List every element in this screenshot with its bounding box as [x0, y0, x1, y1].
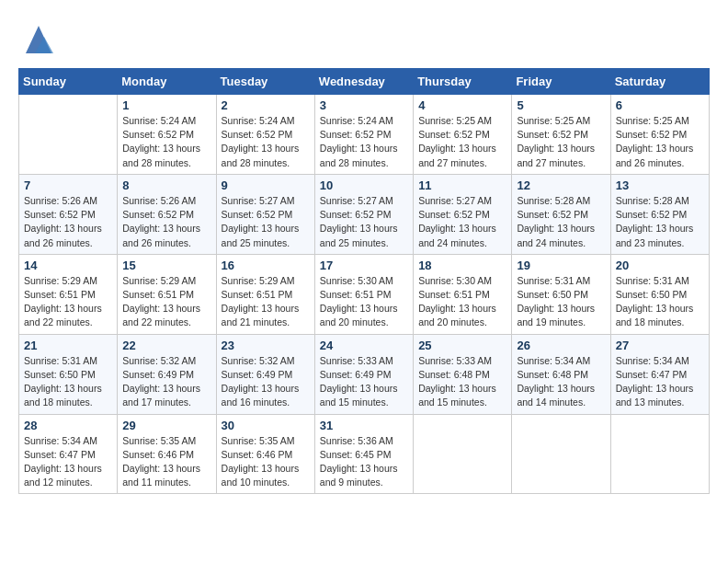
- day-cell: 24Sunrise: 5:33 AM Sunset: 6:49 PM Dayli…: [314, 334, 413, 414]
- day-number: 18: [418, 259, 506, 272]
- day-info: Sunrise: 5:28 AM Sunset: 6:52 PM Dayligh…: [616, 194, 704, 250]
- week-row-4: 21Sunrise: 5:31 AM Sunset: 6:50 PM Dayli…: [19, 334, 710, 414]
- calendar-table: SundayMondayTuesdayWednesdayThursdayFrid…: [18, 68, 710, 494]
- day-number: 29: [122, 419, 210, 432]
- day-info: Sunrise: 5:35 AM Sunset: 6:46 PM Dayligh…: [222, 434, 310, 490]
- col-header-wednesday: Wednesday: [314, 69, 413, 95]
- day-number: 6: [616, 98, 704, 112]
- day-number: 12: [517, 178, 605, 192]
- day-cell: 10Sunrise: 5:27 AM Sunset: 6:52 PM Dayli…: [314, 174, 413, 254]
- day-info: Sunrise: 5:27 AM Sunset: 6:52 PM Dayligh…: [222, 194, 310, 250]
- day-number: 23: [222, 339, 310, 352]
- day-info: Sunrise: 5:34 AM Sunset: 6:47 PM Dayligh…: [616, 354, 704, 410]
- day-cell: 2Sunrise: 5:24 AM Sunset: 6:52 PM Daylig…: [216, 95, 314, 175]
- day-cell: 18Sunrise: 5:30 AM Sunset: 6:51 PM Dayli…: [414, 254, 512, 334]
- day-number: 24: [320, 339, 408, 352]
- col-header-friday: Friday: [512, 69, 610, 95]
- day-cell: 23Sunrise: 5:32 AM Sunset: 6:49 PM Dayli…: [216, 334, 314, 414]
- day-number: 7: [24, 178, 112, 192]
- day-info: Sunrise: 5:35 AM Sunset: 6:46 PM Dayligh…: [122, 434, 210, 490]
- day-cell: 29Sunrise: 5:35 AM Sunset: 6:46 PM Dayli…: [118, 414, 216, 494]
- day-cell: 4Sunrise: 5:25 AM Sunset: 6:52 PM Daylig…: [414, 95, 512, 175]
- day-info: Sunrise: 5:29 AM Sunset: 6:51 PM Dayligh…: [122, 274, 210, 330]
- day-cell: 20Sunrise: 5:31 AM Sunset: 6:50 PM Dayli…: [610, 254, 709, 334]
- day-number: 16: [222, 259, 310, 272]
- day-number: 4: [418, 98, 506, 112]
- day-info: Sunrise: 5:32 AM Sunset: 6:49 PM Dayligh…: [222, 354, 310, 410]
- day-cell: [19, 95, 118, 175]
- day-info: Sunrise: 5:33 AM Sunset: 6:49 PM Dayligh…: [320, 354, 408, 410]
- day-info: Sunrise: 5:29 AM Sunset: 6:51 PM Dayligh…: [222, 274, 310, 330]
- day-info: Sunrise: 5:32 AM Sunset: 6:49 PM Dayligh…: [122, 354, 210, 410]
- week-row-1: 1Sunrise: 5:24 AM Sunset: 6:52 PM Daylig…: [19, 95, 710, 175]
- day-number: 15: [122, 259, 210, 272]
- day-number: 11: [418, 178, 506, 192]
- day-number: 8: [122, 178, 210, 192]
- day-cell: 7Sunrise: 5:26 AM Sunset: 6:52 PM Daylig…: [19, 174, 118, 254]
- day-cell: 19Sunrise: 5:31 AM Sunset: 6:50 PM Dayli…: [512, 254, 610, 334]
- day-cell: [414, 414, 512, 494]
- day-info: Sunrise: 5:30 AM Sunset: 6:51 PM Dayligh…: [418, 274, 506, 330]
- page-header: [18, 18, 710, 59]
- day-cell: 17Sunrise: 5:30 AM Sunset: 6:51 PM Dayli…: [314, 254, 413, 334]
- day-info: Sunrise: 5:24 AM Sunset: 6:52 PM Dayligh…: [320, 114, 408, 170]
- day-cell: 9Sunrise: 5:27 AM Sunset: 6:52 PM Daylig…: [216, 174, 314, 254]
- day-cell: 15Sunrise: 5:29 AM Sunset: 6:51 PM Dayli…: [118, 254, 216, 334]
- day-info: Sunrise: 5:24 AM Sunset: 6:52 PM Dayligh…: [122, 114, 210, 170]
- day-info: Sunrise: 5:34 AM Sunset: 6:48 PM Dayligh…: [517, 354, 605, 410]
- day-number: 13: [616, 178, 704, 192]
- day-number: 27: [616, 339, 704, 352]
- col-header-thursday: Thursday: [414, 69, 512, 95]
- day-number: 20: [616, 259, 704, 272]
- day-cell: 30Sunrise: 5:35 AM Sunset: 6:46 PM Dayli…: [216, 414, 314, 494]
- day-number: 3: [320, 98, 408, 112]
- day-cell: 13Sunrise: 5:28 AM Sunset: 6:52 PM Dayli…: [610, 174, 709, 254]
- header-row: SundayMondayTuesdayWednesdayThursdayFrid…: [19, 69, 710, 95]
- day-number: 10: [320, 178, 408, 192]
- day-number: 22: [122, 339, 210, 352]
- day-cell: [512, 414, 610, 494]
- day-info: Sunrise: 5:25 AM Sunset: 6:52 PM Dayligh…: [517, 114, 605, 170]
- day-info: Sunrise: 5:31 AM Sunset: 6:50 PM Dayligh…: [517, 274, 605, 330]
- day-number: 1: [122, 98, 210, 112]
- day-info: Sunrise: 5:33 AM Sunset: 6:48 PM Dayligh…: [418, 354, 506, 410]
- day-number: 30: [222, 419, 310, 432]
- day-number: 5: [517, 98, 605, 112]
- day-info: Sunrise: 5:27 AM Sunset: 6:52 PM Dayligh…: [320, 194, 408, 250]
- day-number: 19: [517, 259, 605, 272]
- day-cell: 27Sunrise: 5:34 AM Sunset: 6:47 PM Dayli…: [610, 334, 709, 414]
- week-row-2: 7Sunrise: 5:26 AM Sunset: 6:52 PM Daylig…: [19, 174, 710, 254]
- day-number: 2: [222, 98, 310, 112]
- day-info: Sunrise: 5:25 AM Sunset: 6:52 PM Dayligh…: [418, 114, 506, 170]
- day-number: 21: [24, 339, 112, 352]
- day-cell: 1Sunrise: 5:24 AM Sunset: 6:52 PM Daylig…: [118, 95, 216, 175]
- day-cell: 25Sunrise: 5:33 AM Sunset: 6:48 PM Dayli…: [414, 334, 512, 414]
- day-info: Sunrise: 5:27 AM Sunset: 6:52 PM Dayligh…: [418, 194, 506, 250]
- col-header-saturday: Saturday: [610, 69, 709, 95]
- day-number: 17: [320, 259, 408, 272]
- day-info: Sunrise: 5:29 AM Sunset: 6:51 PM Dayligh…: [24, 274, 112, 330]
- day-cell: 28Sunrise: 5:34 AM Sunset: 6:47 PM Dayli…: [19, 414, 118, 494]
- col-header-tuesday: Tuesday: [216, 69, 314, 95]
- day-number: 25: [418, 339, 506, 352]
- day-number: 28: [24, 419, 112, 432]
- day-number: 31: [320, 419, 408, 432]
- col-header-sunday: Sunday: [19, 69, 118, 95]
- day-number: 26: [517, 339, 605, 352]
- day-cell: 6Sunrise: 5:25 AM Sunset: 6:52 PM Daylig…: [610, 95, 709, 175]
- day-cell: 12Sunrise: 5:28 AM Sunset: 6:52 PM Dayli…: [512, 174, 610, 254]
- day-info: Sunrise: 5:26 AM Sunset: 6:52 PM Dayligh…: [122, 194, 210, 250]
- day-cell: 26Sunrise: 5:34 AM Sunset: 6:48 PM Dayli…: [512, 334, 610, 414]
- logo: [18, 18, 63, 59]
- week-row-5: 28Sunrise: 5:34 AM Sunset: 6:47 PM Dayli…: [19, 414, 710, 494]
- day-cell: [610, 414, 709, 494]
- day-cell: 8Sunrise: 5:26 AM Sunset: 6:52 PM Daylig…: [118, 174, 216, 254]
- day-number: 14: [24, 259, 112, 272]
- day-info: Sunrise: 5:26 AM Sunset: 6:52 PM Dayligh…: [24, 194, 112, 250]
- day-info: Sunrise: 5:30 AM Sunset: 6:51 PM Dayligh…: [320, 274, 408, 330]
- day-info: Sunrise: 5:31 AM Sunset: 6:50 PM Dayligh…: [616, 274, 704, 330]
- day-cell: 5Sunrise: 5:25 AM Sunset: 6:52 PM Daylig…: [512, 95, 610, 175]
- week-row-3: 14Sunrise: 5:29 AM Sunset: 6:51 PM Dayli…: [19, 254, 710, 334]
- day-info: Sunrise: 5:34 AM Sunset: 6:47 PM Dayligh…: [24, 434, 112, 490]
- day-info: Sunrise: 5:25 AM Sunset: 6:52 PM Dayligh…: [616, 114, 704, 170]
